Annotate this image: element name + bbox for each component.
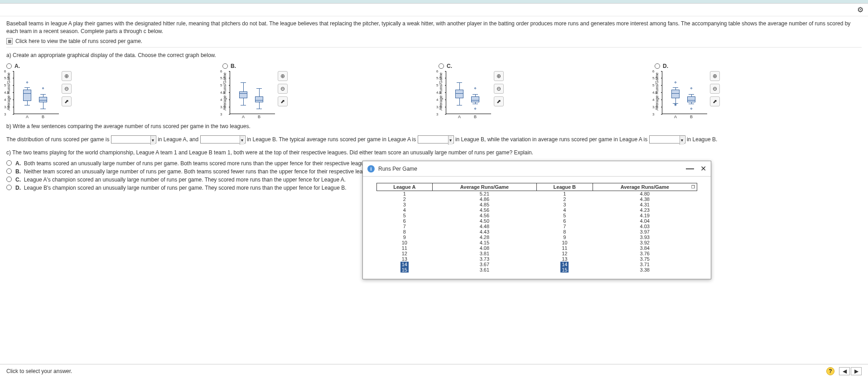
question-intro: Baseball teams in league A play their ga… [6,20,862,35]
info-icon: i [367,165,375,172]
option-label-d: D. [663,63,668,69]
radio-mc-d[interactable] [6,185,12,190]
table-header: Average Runs/Game❐ [593,183,697,191]
zoom-in-icon[interactable]: ⊕ [278,71,288,81]
divider [6,47,862,48]
open-graph-icon[interactable]: ⬈ [710,96,720,106]
zoom-in-icon[interactable]: ⊕ [62,71,72,81]
dropdown-dist-a[interactable] [111,135,156,144]
zoom-in-icon[interactable]: ⊕ [710,71,720,81]
mc-label-b: B. Neither team scored an unusually larg… [15,168,376,175]
table-header: Average Runs/Game [432,183,536,191]
radio-option-c[interactable] [439,63,444,69]
boxplot-b: 33.544.555.56 A B [230,71,275,114]
dropdown-variation[interactable] [649,135,685,144]
part-b-text: b) Write a few sentences comparing the a… [6,123,862,129]
runs-per-game-popup: i Runs Per Game — ✕ League AAverage Runs… [362,161,711,196]
option-label-b: B. [231,63,236,69]
fill-sentence: The distribution of runs scored per game… [6,134,862,145]
table-header: League A [377,183,433,191]
option-label-a: A. [14,63,20,69]
boxplot-c: 33.544.555.56 A B [446,71,491,114]
open-graph-icon[interactable]: ⬈ [62,96,72,106]
radio-mc-b[interactable] [6,168,12,174]
view-table-label: Click here to view the table of runs sco… [15,38,142,44]
zoom-out-icon[interactable]: ⊖ [710,84,720,94]
mc-label-d: D. League B's champion scored an unusual… [15,185,347,191]
settings-gear-icon[interactable]: ⚙ [857,5,863,14]
minimize-icon[interactable]: — [686,164,694,173]
radio-option-a[interactable] [6,63,12,69]
mc-label-a: A. Both teams scored an unusually large … [15,160,371,167]
part-c-text: c) The two teams playing for the world c… [6,149,862,156]
dropdown-dist-b[interactable] [200,135,246,144]
runs-table: League AAverage Runs/GameLeague BAverage… [376,183,697,196]
view-table-link[interactable]: ▦ Click here to view the table of runs s… [6,38,862,44]
boxplot-d: 33.544.555.56 A B [662,71,707,114]
open-graph-icon[interactable]: ⬈ [494,96,504,106]
zoom-in-icon[interactable]: ⊕ [494,71,504,81]
radio-option-d[interactable] [655,63,660,69]
radio-mc-c[interactable] [6,177,12,182]
table-icon: ▦ [6,38,13,44]
radio-option-b[interactable] [222,63,228,69]
option-label-c: C. [447,63,452,69]
part-a-text: a) Create an appropriate graphical displ… [6,52,862,58]
table-row: 15.2114.80 [377,191,697,196]
zoom-out-icon[interactable]: ⊖ [278,84,288,94]
radio-mc-a[interactable] [6,160,12,166]
mc-label-c: C. League A's champion scored an unusual… [15,177,346,183]
top-accent-bar [0,0,868,4]
zoom-out-icon[interactable]: ⊖ [494,84,504,94]
boxplot-a: 33.544.555.56 A B [14,71,59,114]
table-header: League B [537,183,593,191]
dropdown-typical[interactable] [418,135,454,144]
close-icon[interactable]: ✕ [700,164,706,173]
open-graph-icon[interactable]: ⬈ [278,96,288,106]
popup-title: Runs Per Game [378,166,417,172]
copy-icon[interactable]: ❐ [691,185,695,189]
zoom-out-icon[interactable]: ⊖ [62,84,72,94]
